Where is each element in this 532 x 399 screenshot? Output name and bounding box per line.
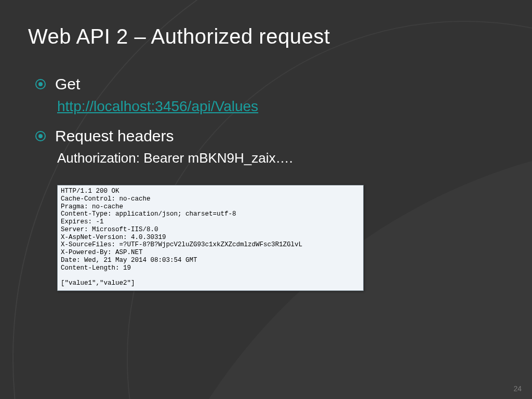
page-number: 24	[513, 384, 522, 393]
auth-header-text: Authorization: Bearer mBKN9H_zaix….	[57, 150, 293, 166]
link-line: http://localhost:3456/api/Values	[28, 98, 504, 115]
bullet-label: Get	[55, 75, 80, 93]
target-bullet-icon	[35, 79, 46, 89]
bullet-label: Request headers	[55, 127, 174, 145]
target-bullet-icon	[35, 131, 46, 141]
api-url-link[interactable]: http://localhost:3456/api/Values	[57, 98, 258, 114]
slide: Web API 2 – Authorized request Get http:…	[0, 0, 532, 399]
bullet-item-request-headers: Request headers	[28, 127, 504, 145]
bullet-item-get: Get	[28, 75, 504, 93]
slide-title: Web API 2 – Authorized request	[28, 25, 504, 48]
http-response-box: HTTP/1.1 200 OK Cache-Control: no-cache …	[57, 185, 364, 291]
auth-header-line: Authorization: Bearer mBKN9H_zaix….	[28, 150, 504, 166]
